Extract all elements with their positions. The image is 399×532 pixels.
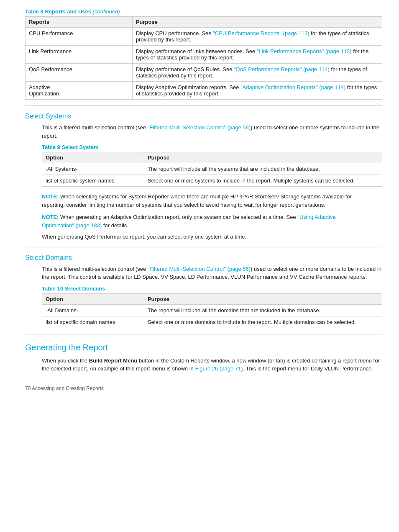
table8: Reports Purpose CPU Performance Display … bbox=[25, 16, 382, 100]
table10-col2-header: Purpose bbox=[144, 293, 382, 304]
table10-row1-col1: -All Domains- bbox=[42, 304, 144, 316]
select-systems-heading: Select Systems bbox=[25, 113, 382, 120]
note2-label: NOTE: bbox=[42, 214, 59, 220]
table8-row3-col2: Display performance of QoS Rules. See "Q… bbox=[132, 64, 382, 82]
page-footer: 70 Accessing and Creating Reports bbox=[25, 386, 382, 391]
note2-text: When generating an Adaptive Optimization… bbox=[42, 214, 336, 229]
build-report-bold: Build Report Menu bbox=[89, 357, 138, 364]
table8-title: Table 8 Reports and Uses (continued) bbox=[25, 8, 382, 15]
table8-row2-col1: Link Performance bbox=[26, 46, 133, 64]
table9: Option Purpose -All Systems- The report … bbox=[42, 152, 382, 187]
table8-col1-header: Reports bbox=[26, 17, 133, 28]
link-perf-link[interactable]: "Link Performance Reports" (page 113) bbox=[257, 48, 352, 54]
page-content: Table 8 Reports and Uses (continued) Rep… bbox=[25, 8, 382, 391]
table10-row2-col1: list of specific domain names bbox=[42, 316, 144, 328]
table10-col1-header: Option bbox=[42, 293, 144, 304]
table8-row4-col2: Display Adaptive Optimization reports. S… bbox=[132, 82, 382, 100]
table8-row4-col1: AdaptiveOptimization bbox=[26, 82, 133, 100]
table10-title: Table 10 Select Domains bbox=[42, 285, 382, 292]
table8-col2-header: Purpose bbox=[132, 17, 382, 28]
note1-block: NOTE: When selecting systems for System … bbox=[42, 193, 366, 209]
divider1 bbox=[25, 105, 382, 106]
note3-text: When generating QoS Performance report, … bbox=[42, 233, 382, 241]
table-row: Link Performance Display performance of … bbox=[26, 46, 382, 64]
divider3 bbox=[25, 334, 382, 334]
table-row: -All Systems- The report will include al… bbox=[42, 163, 382, 175]
table10-container: Table 10 Select Domains Option Purpose -… bbox=[42, 285, 382, 328]
select-systems-body: This is a filtered multi-selection contr… bbox=[42, 123, 382, 140]
table-row: AdaptiveOptimization Display Adaptive Op… bbox=[26, 82, 382, 100]
table9-col1-header: Option bbox=[42, 152, 144, 163]
table-row: list of specific system names Select one… bbox=[42, 175, 382, 187]
generating-heading: Generating the Report bbox=[25, 343, 382, 352]
table-row: list of specific domain names Select one… bbox=[42, 316, 382, 328]
select-domains-heading: Select Domains bbox=[25, 254, 382, 262]
table9-col2-header: Purpose bbox=[144, 152, 382, 163]
table10: Option Purpose -All Domains- The report … bbox=[42, 293, 382, 328]
cpu-perf-link[interactable]: "CPU Performance Reports" (page 113) bbox=[213, 30, 309, 36]
table8-row2-col2: Display performance of links between nod… bbox=[132, 46, 382, 64]
table9-row2-col2: Select one or more systems to include in… bbox=[144, 175, 382, 187]
figure26-link[interactable]: Figure 26 (page 71) bbox=[195, 365, 243, 372]
table8-row3-col1: QoS Performance bbox=[26, 64, 133, 82]
divider2 bbox=[25, 247, 382, 247]
table10-row2-col2: Select one or more domains to include in… bbox=[144, 316, 382, 328]
filtered-multi-link-2[interactable]: "Filtered Multi-Selection Control" (page… bbox=[148, 266, 251, 272]
table8-row1-col2: Display CPU performance. See "CPU Perfor… bbox=[132, 28, 382, 46]
table-row: -All Domains- The report will include al… bbox=[42, 304, 382, 316]
table9-row2-col1: list of specific system names bbox=[42, 175, 144, 187]
note2-block: NOTE: When generating an Adaptive Optimi… bbox=[42, 213, 366, 229]
table-row: CPU Performance Display CPU performance.… bbox=[26, 28, 382, 46]
table9-container: Table 9 Select System Option Purpose -Al… bbox=[42, 144, 382, 187]
filtered-multi-link-1[interactable]: "Filtered Multi-Selection Control" (page… bbox=[148, 124, 251, 131]
generating-body: When you click the Build Report Menu but… bbox=[42, 357, 382, 373]
adaptive-opt-link-2[interactable]: "Using Adaptive Optimization" (page 183) bbox=[42, 214, 336, 229]
select-domains-body: This is a filtered multi-selection contr… bbox=[42, 265, 382, 281]
qos-perf-link[interactable]: "QoS Performance Reports" (page 114) bbox=[234, 66, 330, 72]
note1-text: When selecting systems for System Report… bbox=[42, 193, 352, 208]
table8-row1-col1: CPU Performance bbox=[26, 28, 133, 46]
adaptive-opt-link[interactable]: "Adaptive Optimization Reports" (page 11… bbox=[240, 84, 345, 90]
table9-row1-col1: -All Systems- bbox=[42, 163, 144, 175]
table10-row1-col2: The report will include all the domains … bbox=[144, 304, 382, 316]
table9-row1-col2: The report will include all the systems … bbox=[144, 163, 382, 175]
table-row: QoS Performance Display performance of Q… bbox=[26, 64, 382, 82]
note1-label: NOTE: bbox=[42, 193, 59, 200]
table9-title: Table 9 Select System bbox=[42, 144, 382, 150]
